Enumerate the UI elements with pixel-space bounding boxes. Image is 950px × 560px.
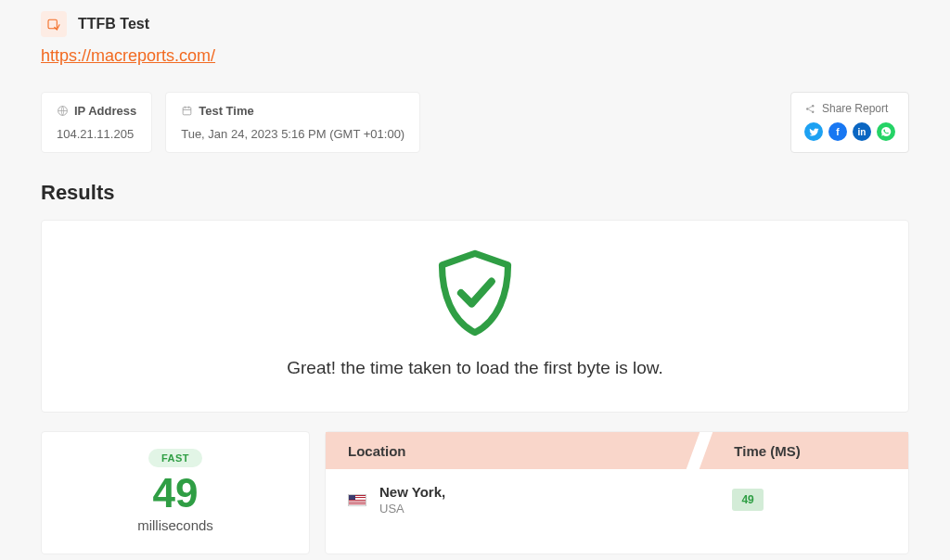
speed-badge: FAST <box>148 449 202 467</box>
info-row: IP Address 104.21.11.205 Test Time Tue, … <box>41 92 909 153</box>
result-message: Great! the time taken to load the first … <box>60 358 890 378</box>
globe-icon <box>57 105 69 117</box>
svg-rect-2 <box>183 108 191 115</box>
country-name: USA <box>379 502 445 515</box>
ms-value: 49 <box>732 489 763 511</box>
tested-url-link[interactable]: https://macreports.com/ <box>41 46 215 66</box>
ip-card: IP Address 104.21.11.205 <box>41 92 152 153</box>
ip-value: 104.21.11.205 <box>57 127 136 141</box>
shield-check-icon <box>60 248 890 341</box>
location-table: Location Time (MS) New York, USA 49 <box>325 431 909 554</box>
share-label: Share Report <box>822 102 888 115</box>
results-heading: Results <box>41 181 909 205</box>
share-icon <box>804 103 816 115</box>
col-time: Time (MS) <box>712 432 908 469</box>
test-time-value: Tue, Jan 24, 2023 5:16 PM (GMT +01:00) <box>181 127 404 141</box>
twitter-icon[interactable] <box>804 122 823 141</box>
svg-rect-0 <box>48 19 57 28</box>
whatsapp-icon[interactable] <box>877 122 895 141</box>
ttfb-icon <box>41 11 67 37</box>
linkedin-icon[interactable]: in <box>853 122 871 141</box>
calendar-icon <box>181 105 193 117</box>
speed-unit: milliseconds <box>51 517 300 533</box>
svg-point-4 <box>812 105 814 107</box>
us-flag-icon <box>348 494 366 506</box>
facebook-icon[interactable]: f <box>828 122 847 141</box>
svg-point-3 <box>806 108 808 109</box>
svg-point-5 <box>812 110 814 112</box>
result-card: Great! the time taken to load the first … <box>41 220 909 413</box>
ip-label: IP Address <box>74 104 136 118</box>
share-card: Share Report f in <box>790 92 909 153</box>
test-time-label: Test Time <box>199 104 253 118</box>
test-time-card: Test Time Tue, Jan 24, 2023 5:16 PM (GMT… <box>165 92 420 153</box>
page-header: TTFB Test <box>41 11 909 37</box>
city-name: New York, <box>379 484 445 500</box>
page-title: TTFB Test <box>78 16 149 32</box>
speed-value: 49 <box>51 471 300 515</box>
table-row: New York, USA 49 <box>326 469 908 530</box>
col-location: Location <box>326 432 712 469</box>
speed-card: FAST 49 milliseconds <box>41 431 310 554</box>
table-header: Location Time (MS) <box>326 432 908 469</box>
